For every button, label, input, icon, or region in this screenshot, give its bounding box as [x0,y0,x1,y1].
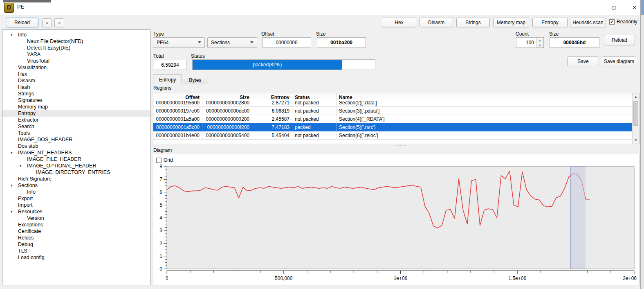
tree-item-label: VirusTotal [2,58,49,64]
type-value: PE64 [157,40,168,45]
count-value: 100 [516,38,536,47]
tree-item-tls[interactable]: TLS [2,248,150,254]
tree-item-label: Load config [2,255,45,260]
table-vscrollbar[interactable]: ▲▼ [632,93,639,144]
spin-down-icon[interactable]: ▼ [536,43,543,47]
tree-item-detect-it-easy-die-[interactable]: Detect It Easy(DiE) [2,45,150,51]
offset-field[interactable]: 00000000 [262,37,311,48]
tree-item-version[interactable]: Version [2,215,150,221]
tree-item-image-optional-header[interactable]: ▾IMAGE_OPTIONAL_HEADER [2,163,150,169]
table-cell: packed [292,123,337,131]
tree-item-signatures[interactable]: Signatures [2,97,150,104]
maximize-button[interactable]: ▢ [604,0,623,15]
toolbar-button-memory-map[interactable]: Memory map [493,18,529,27]
tree-item-label: Info [2,189,36,195]
tree-item-hex[interactable]: Hex [2,71,150,77]
table-cell: 7.47183 [252,123,292,131]
tree-item-image-dos-header[interactable]: IMAGE_DOS_HEADER [2,136,150,143]
tree-item-nauz-file-detector-nfd-[interactable]: Nauz File Detector(NFD) [2,38,150,45]
grid-checkbox[interactable]: Grid [156,157,173,163]
tree-item-info[interactable]: Info [2,189,150,195]
regions-table[interactable]: OffsetSizeEntropyStatusName0000000000195… [153,93,640,144]
tree-item-import[interactable]: Import [2,202,150,208]
tree-item-label: Info [2,32,27,38]
back-button[interactable]: < [42,18,52,27]
tree-item-memory-map[interactable]: Memory map [2,104,150,110]
toolbar-button-disasm[interactable]: Disasm [420,18,453,27]
minimize-button[interactable]: – [583,0,602,15]
svg-text:7: 7 [159,176,162,182]
table-row[interactable]: 00000000001b4e0000000000000054005.45404n… [153,131,639,140]
tree-item-yara[interactable]: YARA [2,51,150,58]
entropy-reload-button[interactable]: Reload [604,35,635,45]
tree-expand-icon[interactable]: ▾ [20,163,22,169]
table-row[interactable]: 0000000000197e00000000000000dc006.06819n… [153,107,639,115]
save-button[interactable]: Save [567,56,599,66]
tree-item-virustotal[interactable]: VirusTotal [2,58,150,64]
save-diagram-button[interactable]: Save diagram [602,56,636,66]
checkbox-check-icon: ✔ [609,19,615,25]
tab-entropy[interactable]: Entropy [153,75,182,84]
tree-item-exceptions[interactable]: Exceptions [2,221,150,228]
tree-item-info[interactable]: ▾Info [2,32,150,38]
tree-item-sections[interactable]: ▾Sections [2,182,150,189]
spinner-arrows[interactable]: ▲▼ [536,38,543,47]
tree-item-tools[interactable]: Tools [2,130,150,136]
splitter-handle[interactable] [384,144,417,147]
tree-item-hash[interactable]: Hash [2,84,150,90]
tab-bytes[interactable]: Bytes [183,76,207,84]
tree-item-extractor[interactable]: Extractor [2,117,150,123]
tree-item-entropy[interactable]: Entropy [2,110,150,117]
entropy-chart[interactable]: 0123456780500,0001e+061.5e+062e+06 [153,165,638,286]
tree-item-load-config[interactable]: Load config [2,254,150,261]
tree-item-relocs[interactable]: Relocs [2,235,150,241]
toolbar-button-heuristic-scan[interactable]: Heuristic scan [570,18,606,27]
tree-item-visualization[interactable]: Visualization [2,64,150,71]
tree-item-disasm[interactable]: Disasm [2,77,150,84]
die-app-icon: D [4,3,14,13]
tree-item-image-nt-headers[interactable]: ▾IMAGE_NT_HEADERS [2,149,150,156]
reload-button[interactable]: Reload [6,18,38,27]
scroll-down-icon[interactable]: ▼ [633,137,639,144]
tree-item-rich-signature[interactable]: Rich Signature [2,176,150,182]
toolbar-button-entropy[interactable]: Entropy [532,18,568,27]
toolbar-button-strings[interactable]: Strings [456,18,490,27]
toolbar-button-hex[interactable]: Hex [382,18,416,27]
tree-item-debug[interactable]: Debug [2,241,150,248]
tree-expand-icon[interactable]: ▾ [11,32,13,38]
table-cell: not packed [292,107,337,115]
tree-item-label: Entropy [2,111,36,116]
table-row[interactable]: 00000000001a5c00000000000000f2007.47183p… [153,123,639,131]
tree-item-label: Hash [2,84,30,90]
tree-expand-icon[interactable]: ▾ [11,149,13,156]
tree-item-export[interactable]: Export [2,195,150,202]
tree-item-label: Memory map [2,104,48,110]
tree-expand-icon[interactable]: ▾ [11,182,13,189]
count-spinner[interactable]: 100 ▲▼ [516,37,544,48]
tree-item-label: Relocs [2,235,34,241]
size-label: Size [316,31,325,37]
window-title: PE [17,4,24,10]
spin-up-icon[interactable]: ▲ [536,38,543,43]
tree-expand-icon[interactable]: ▾ [11,208,13,215]
background-artifact [3,0,51,2]
tree-item-strings[interactable]: Strings [2,90,150,97]
size-field[interactable]: 001ba200 [317,37,366,48]
table-row[interactable]: 000000000019560000000000000028002.87271n… [153,99,639,107]
svg-text:1.5e+06: 1.5e+06 [508,275,526,281]
table-row[interactable]: 00000000001a5a0000000000000002002.45587n… [153,115,639,123]
tree-item-image-file-header[interactable]: IMAGE_FILE_HEADER [2,156,150,163]
type-combobox[interactable]: PE64 [153,37,205,48]
scroll-thumb[interactable] [633,101,638,126]
tree-item-search[interactable]: Search [2,123,150,130]
tree-item-resources[interactable]: ▾Resources [2,208,150,215]
scroll-up-icon[interactable]: ▲ [633,93,639,100]
tree-item-certificate[interactable]: Certificate [2,228,150,235]
view-combobox[interactable]: Sections [207,37,257,48]
forward-button[interactable]: > [54,18,64,27]
readonly-checkbox[interactable]: ✔ Readonly [609,19,637,25]
tree-item-image-directory-entries[interactable]: IMAGE_DIRECTORY_ENTRIES [2,169,150,176]
block-size-field[interactable]: 000046bd [550,37,599,48]
tree-item-dos-stub[interactable]: Dos stub [2,143,150,149]
table-cell: Section(5)['.rsrc'] [337,123,639,131]
